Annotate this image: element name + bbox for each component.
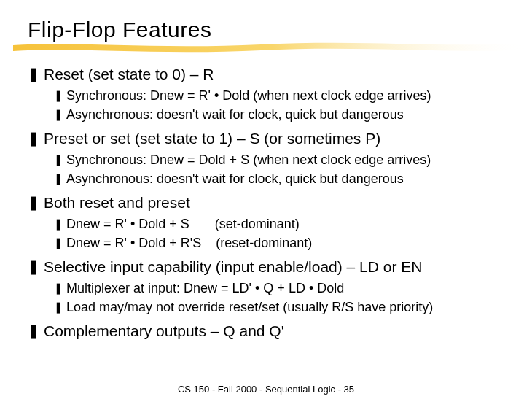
sub-bullet-list: ❚Dnew = R' • Dold + S (set-dominant)❚Dne…	[54, 214, 504, 252]
bullet-l1-text: Preset or set (set state to 1) – S (or s…	[44, 128, 380, 149]
bullet-l1: ❚Selective input capability (input enabl…	[28, 257, 504, 277]
bullet-l2: ❚Asynchronous: doesn't wait for clock, q…	[54, 105, 504, 124]
sub-bullet-list: ❚Synchronous: Dnew = Dold + S (when next…	[54, 150, 504, 188]
sub-bullet-marker-icon: ❚	[54, 150, 63, 169]
sub-bullet-marker-icon: ❚	[54, 298, 63, 317]
bullet-l1-text: Reset (set state to 0) – R	[44, 64, 214, 85]
bullet-l1: ❚Reset (set state to 0) – R	[28, 64, 504, 85]
bullet-l2-text: Load may/may not override reset/set (usu…	[66, 298, 433, 317]
bullet-l2: ❚Synchronous: Dnew = R' • Dold (when nex…	[54, 86, 504, 105]
sub-bullet-list: ❚Synchronous: Dnew = R' • Dold (when nex…	[54, 86, 504, 124]
bullet-marker-icon: ❚	[28, 64, 39, 85]
bullet-l1-text: Complementary outputs – Q and Q'	[44, 321, 284, 341]
bullet-marker-icon: ❚	[28, 193, 39, 213]
bullet-marker-icon: ❚	[28, 257, 39, 277]
sub-bullet-marker-icon: ❚	[54, 86, 63, 105]
bullet-l1-text: Selective input capability (input enable…	[44, 257, 422, 277]
bullet-l2: ❚Dnew = R' • Dold + S (set-dominant)	[54, 214, 504, 233]
bullet-l2-text: Asynchronous: doesn't wait for clock, qu…	[66, 105, 404, 124]
title-wrap: Flip-Flop Features	[28, 18, 504, 42]
bullet-l2-text: Synchronous: Dnew = R' • Dold (when next…	[66, 86, 431, 105]
bullet-l2-text: Asynchronous: doesn't wait for clock, qu…	[66, 169, 404, 188]
bullet-l1: ❚Complementary outputs – Q and Q'	[28, 321, 504, 341]
slide-footer: CS 150 - Fall 2000 - Sequential Logic - …	[0, 384, 532, 395]
bullet-l2: ❚Multiplexer at input: Dnew = LD' • Q + …	[54, 279, 504, 298]
bullet-l2-text: Multiplexer at input: Dnew = LD' • Q + L…	[66, 279, 344, 298]
sub-bullet-marker-icon: ❚	[54, 233, 63, 252]
sub-bullet-list: ❚Multiplexer at input: Dnew = LD' • Q + …	[54, 279, 504, 317]
sub-bullet-marker-icon: ❚	[54, 214, 63, 233]
sub-bullet-marker-icon: ❚	[54, 105, 63, 124]
bullet-l2: ❚Dnew = R' • Dold + R'S (reset-dominant)	[54, 233, 504, 252]
slide-title: Flip-Flop Features	[28, 18, 504, 42]
bullet-l2: ❚Load may/may not override reset/set (us…	[54, 298, 504, 317]
bullet-l2: ❚Asynchronous: doesn't wait for clock, q…	[54, 169, 504, 188]
bullet-l1: ❚Both reset and preset	[28, 193, 504, 213]
bullet-marker-icon: ❚	[28, 321, 39, 341]
bullet-list: ❚Reset (set state to 0) – R❚Synchronous:…	[28, 64, 504, 341]
bullet-l2-text: Dnew = R' • Dold + S (set-dominant)	[66, 214, 300, 233]
bullet-l2-text: Synchronous: Dnew = Dold + S (when next …	[66, 150, 431, 169]
slide: Flip-Flop Features ❚Reset (set state to …	[0, 0, 532, 341]
sub-bullet-marker-icon: ❚	[54, 279, 63, 298]
bullet-l2-text: Dnew = R' • Dold + R'S (reset-dominant)	[66, 233, 312, 252]
bullet-l2: ❚Synchronous: Dnew = Dold + S (when next…	[54, 150, 504, 169]
bullet-l1-text: Both reset and preset	[44, 193, 190, 213]
bullet-marker-icon: ❚	[28, 128, 39, 149]
bullet-l1: ❚Preset or set (set state to 1) – S (or …	[28, 128, 504, 149]
sub-bullet-marker-icon: ❚	[54, 169, 63, 188]
